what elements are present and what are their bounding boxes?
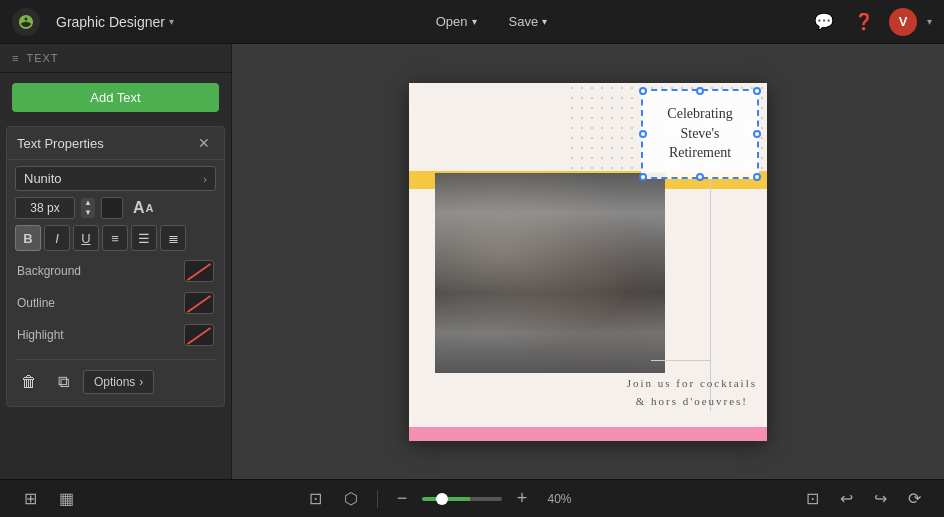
text-props-header: Text Properties ✕ [7, 127, 224, 160]
align-center-button[interactable]: ☰ [131, 225, 157, 251]
left-panel: ≡ TEXT Add Text Text Properties ✕ Nunito… [0, 44, 232, 479]
text-section-header: ≡ TEXT [0, 44, 231, 73]
topbar-right: 💬 ❓ V ▾ [809, 7, 932, 37]
pink-stripe-decoration [409, 427, 767, 441]
font-size-up-button[interactable]: ▲ [81, 198, 95, 208]
canvas-photo [435, 173, 665, 373]
text-props-title: Text Properties [17, 136, 104, 151]
font-selector[interactable]: Nunito › [15, 166, 216, 191]
photo-image [435, 173, 665, 373]
options-button[interactable]: Options › [83, 370, 154, 394]
add-text-button[interactable]: Add Text [12, 83, 219, 112]
text-properties-panel: Text Properties ✕ Nunito › ▲ ▼ A A [6, 126, 225, 407]
export-button[interactable]: ⬡ [337, 485, 365, 513]
handle-top-center[interactable] [696, 87, 704, 95]
font-color-swatch[interactable] [101, 197, 123, 219]
font-name-label: Nunito [24, 171, 62, 186]
font-selector-arrow-icon: › [203, 173, 207, 185]
delete-button[interactable]: 🗑 [15, 368, 43, 396]
handle-top-left[interactable] [639, 87, 647, 95]
zoom-in-button[interactable]: + [510, 487, 534, 511]
lowercase-a-icon: A [146, 202, 154, 214]
redo-button[interactable]: ↪ [866, 485, 894, 513]
text-icon: ≡ [12, 52, 18, 64]
highlight-label: Highlight [17, 328, 64, 342]
grid-button[interactable]: ▦ [52, 485, 80, 513]
font-size-stepper: ▲ ▼ [81, 198, 95, 218]
open-button[interactable]: Open ▾ [424, 10, 489, 33]
topbar-center: Open ▾ Save ▾ [190, 10, 793, 33]
title-arrow-icon: ▾ [169, 16, 174, 27]
handle-top-right[interactable] [753, 87, 761, 95]
background-label: Background [17, 264, 81, 278]
history-button[interactable]: ⟳ [900, 485, 928, 513]
bottom-action-row: 🗑 ⧉ Options › [15, 359, 216, 396]
zoom-slider[interactable] [422, 497, 502, 501]
highlight-color-swatch[interactable] [184, 324, 214, 346]
close-text-props-button[interactable]: ✕ [194, 133, 214, 153]
handle-bottom-left[interactable] [639, 173, 647, 181]
fit-button[interactable]: ⊡ [798, 485, 826, 513]
chat-button[interactable]: 💬 [809, 7, 839, 37]
toolbar-divider [377, 490, 378, 508]
zoom-out-button[interactable]: − [390, 487, 414, 511]
canvas-area: Celebrating Steve's Retirement Join us f… [232, 44, 944, 479]
bottom-left-tools: ⊞ ▦ [16, 485, 80, 513]
handle-bottom-center[interactable] [696, 173, 704, 181]
uppercase-a-icon: A [133, 199, 145, 217]
save-arrow-icon: ▾ [542, 16, 547, 27]
font-size-input[interactable] [15, 197, 75, 219]
cocktail-text: Join us for cocktails & hors d'oeuvres! [627, 375, 757, 410]
text-content: Celebrating Steve's Retirement [667, 104, 732, 163]
canvas[interactable]: Celebrating Steve's Retirement Join us f… [409, 83, 767, 441]
outline-label: Outline [17, 296, 55, 310]
main-area: ≡ TEXT Add Text Text Properties ✕ Nunito… [0, 44, 944, 479]
duplicate-button[interactable]: ⧉ [49, 368, 77, 396]
handle-middle-left[interactable] [639, 130, 647, 138]
topbar: Graphic Designer ▾ Open ▾ Save ▾ 💬 ❓ V ▾ [0, 0, 944, 44]
font-size-row: ▲ ▼ A A [15, 197, 216, 219]
text-section-label: TEXT [26, 52, 58, 64]
zoom-level-label: 40% [542, 492, 577, 506]
italic-button[interactable]: I [44, 225, 70, 251]
text-element[interactable]: Celebrating Steve's Retirement [641, 89, 759, 179]
bold-button[interactable]: B [15, 225, 41, 251]
avatar-arrow-icon[interactable]: ▾ [927, 16, 932, 27]
horizontal-line-decoration [651, 360, 711, 361]
highlight-row: Highlight [7, 319, 224, 351]
outline-color-swatch[interactable] [184, 292, 214, 314]
format-buttons-row: B I U ≡ ☰ ≣ [15, 225, 216, 251]
bottom-right-tools: ⊡ ↩ ↪ ⟳ [798, 485, 928, 513]
transform-button[interactable]: ⊡ [301, 485, 329, 513]
undo-button[interactable]: ↩ [832, 485, 860, 513]
underline-button[interactable]: U [73, 225, 99, 251]
save-button[interactable]: Save ▾ [497, 10, 560, 33]
bottom-toolbar: ⊞ ▦ ⊡ ⬡ − + 40% ⊡ ↩ ↪ ⟳ [0, 479, 944, 517]
zoom-controls: ⊡ ⬡ − + 40% [301, 485, 577, 513]
app-title[interactable]: Graphic Designer ▾ [56, 14, 174, 30]
align-justify-button[interactable]: ≣ [160, 225, 186, 251]
open-arrow-icon: ▾ [472, 16, 477, 27]
options-arrow-icon: › [139, 375, 143, 389]
align-left-button[interactable]: ≡ [102, 225, 128, 251]
font-size-down-button[interactable]: ▼ [81, 208, 95, 218]
background-color-swatch[interactable] [184, 260, 214, 282]
background-row: Background [7, 255, 224, 287]
handle-bottom-right[interactable] [753, 173, 761, 181]
font-case-button[interactable]: A A [129, 197, 158, 219]
handle-middle-right[interactable] [753, 130, 761, 138]
help-button[interactable]: ❓ [849, 7, 879, 37]
outline-row: Outline [7, 287, 224, 319]
app-logo [12, 8, 40, 36]
layers-button[interactable]: ⊞ [16, 485, 44, 513]
avatar[interactable]: V [889, 8, 917, 36]
